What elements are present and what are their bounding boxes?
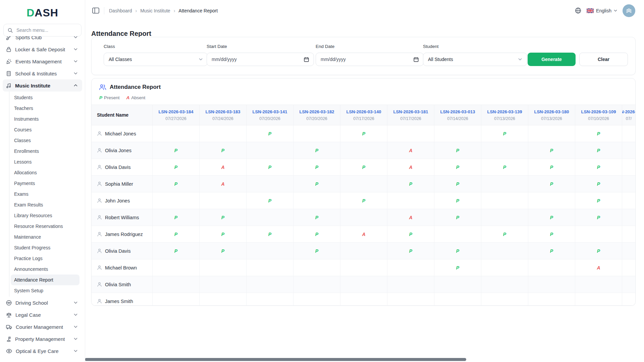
lesson-column-header: LSN-2026-03-180 07/13/2026 [528,105,575,125]
breadcrumb-item-dashboard[interactable]: Dashboard [109,8,132,13]
lesson-code-link[interactable]: LSN-2026-03-181 [387,109,434,114]
sidebar-subitem-resource-reservations[interactable]: Resource Reservations [11,221,79,232]
lesson-code-link[interactable]: LSN-2026-03-183 [200,109,247,114]
sidebar-search[interactable] [3,24,82,37]
sidebar-item-events-management[interactable]: Events Management [3,55,82,67]
attendance-mark-cell-partial [622,159,635,175]
sidebar-subitem-practice-logs[interactable]: Practice Logs [11,253,79,264]
language-selector[interactable]: English [587,8,617,13]
attendance-mark-cell: P [247,125,293,142]
property-icon [6,336,11,342]
lesson-code-link[interactable]: LSN-2026-03-141 [247,109,293,114]
attendance-mark-cell [247,293,293,305]
attendance-mark-cell: A [387,142,434,159]
start-date-input[interactable]: mm/dd/yyyy [207,53,314,66]
lesson-code-link[interactable]: LSN-2026-03-184 [153,109,200,114]
sidebar-subitem-lessons[interactable]: Lessons [11,157,79,167]
sidebar-subitem-teachers[interactable]: Teachers [11,103,79,114]
attendance-mark-cell: P [575,176,622,192]
table-row: Michael Brown PA [92,259,635,276]
lesson-code-link[interactable]: LSN-2026-03-180 [528,109,575,114]
sidebar-item-sports-club[interactable]: Sports Club [3,36,82,43]
sidebar-item-property-management[interactable]: Property Management [3,333,82,345]
lesson-code-link[interactable]: LSN-2026-03-140 [340,109,387,114]
attendance-mark-cell [200,192,247,209]
globe-icon[interactable] [575,7,581,14]
sidebar-subitem-courses[interactable]: Courses [11,124,79,135]
attendance-table-header: Student Name LSN-2026-03-184 07/27/2026 … [92,105,635,125]
sidebar-subitem-allocations[interactable]: Allocations [11,167,79,178]
person-icon [97,148,102,153]
attendance-mark-present: P [597,215,600,220]
sidebar-subitem-classes[interactable]: Classes [11,135,79,146]
attendance-mark-cell [340,142,387,159]
sidebar-subitem-student-progress[interactable]: Student Progress [11,242,79,253]
lesson-date: 07/13/2026 [528,116,575,121]
sidebar-subitem-exams[interactable]: Exams [11,189,79,199]
sidebar-item-optical-eye-care[interactable]: Optical & Eye Care [3,345,82,357]
sidebar-subitem-payments[interactable]: Payments [11,178,79,189]
attendance-table-body: Michael Jones PPPP Olivia Jones PPPAPPP … [92,125,635,305]
clear-button[interactable]: Clear [579,53,628,66]
sidebar-subitem-maintenance[interactable]: Maintenance [11,232,79,242]
lesson-code-link[interactable]: LSN-2026-03- [622,109,635,114]
attendance-mark-cell [528,276,575,293]
attendance-mark-cell [200,293,247,305]
attendance-mark-cell [434,125,481,142]
horizontal-scrollbar[interactable] [85,358,466,361]
sidebar-subitem-enrollments[interactable]: Enrollments [11,146,79,157]
attendance-mark-cell: P [481,125,528,142]
sidebar-subitem-instruments[interactable]: Instruments [11,114,79,124]
attendance-mark-present: P [550,248,553,254]
lesson-code-link[interactable]: LSN-2026-03-182 [293,109,340,114]
attendance-mark-cell [387,259,434,276]
sidebar-subitem-attendance-report[interactable]: Attendance Report [11,275,79,285]
sidebar-subitem-students[interactable]: Students [11,92,79,103]
sidebar-item-locker-safe-deposit[interactable]: Locker & Safe Deposit [3,43,82,55]
person-icon [97,181,102,186]
end-date-input[interactable]: mm/dd/yyyy [316,53,424,66]
attendance-mark-cell: P [200,243,247,259]
sidebar-subitem-announcements[interactable]: Announcements [11,264,79,275]
attendance-mark-cell [340,176,387,192]
attendance-mark-cell: P [575,142,622,159]
attendance-mark-cell [481,243,528,259]
sidebar-subitem-exam-results[interactable]: Exam Results [11,199,79,210]
attendance-mark-present: P [456,148,459,153]
sidebar-item-label: Locker & Safe Deposit [15,47,65,52]
sidebar-item-label: Events Management [15,59,62,64]
lesson-code-link[interactable]: LSN-2026-03-013 [434,109,481,114]
attendance-mark-present: P [597,198,600,203]
attendance-mark-present: P [503,232,506,237]
sidebar-subitem-system-setup[interactable]: System Setup [11,285,79,296]
lesson-column-header: LSN-2026-03-141 07/20/2026 [247,105,293,125]
attendance-mark-present: P [550,232,553,237]
attendance-mark-cell: P [575,192,622,209]
search-input[interactable] [16,27,77,33]
generate-button[interactable]: Generate [528,53,576,66]
sidebar-item-school-institutes[interactable]: School & Institutes [3,67,82,79]
student-select[interactable]: All Students [423,53,527,66]
lesson-code-link[interactable]: LSN-2026-03-139 [481,109,528,114]
sidebar-item-driving-school[interactable]: Driving School [3,297,82,309]
sidebar-subitem-library-resources[interactable]: Library Resources [11,210,79,221]
sidebar-item-legal-case[interactable]: Legal Case [3,309,82,321]
attendance-mark-cell: P [481,226,528,242]
person-icon [97,282,102,287]
lesson-date: 07/17/2026 [340,116,387,121]
sidebar-toggle-icon[interactable] [92,7,99,14]
breadcrumb-item-music-institute[interactable]: Music Institute [140,8,170,13]
attendance-mark-cell: P [340,125,387,142]
avatar[interactable] [623,4,635,17]
lesson-code-link[interactable]: LSN-2026-03-109 [575,109,622,114]
chevron-down-icon [199,58,203,61]
attendance-mark-present: P [268,232,271,237]
attendance-mark-cell [434,276,481,293]
class-select[interactable]: All Classes [104,53,208,66]
attendance-mark-cell: P [153,159,200,175]
sidebar-item-music-institute[interactable]: Music Institute [3,79,82,92]
attendance-mark-present: P [456,165,459,170]
sidebar-item-courier-management[interactable]: Courier Management [3,321,82,333]
attendance-mark-cell: P [434,192,481,209]
lesson-date: 07/17/2026 [387,116,434,121]
